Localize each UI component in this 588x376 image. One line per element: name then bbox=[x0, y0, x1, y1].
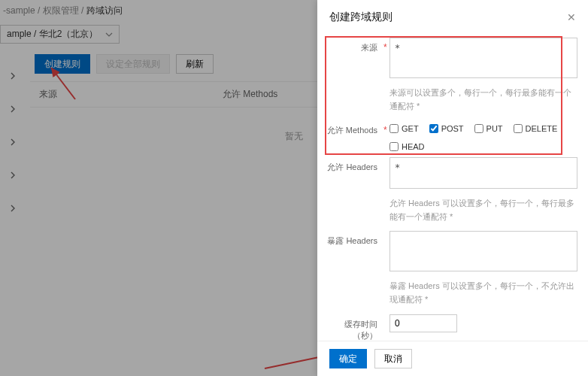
method-delete[interactable]: DELETE bbox=[514, 124, 558, 133]
required-mark bbox=[383, 231, 389, 235]
cancel-button[interactable]: 取消 bbox=[374, 349, 412, 368]
required-mark bbox=[383, 314, 389, 319]
label-cache: 缓存时间（秒） bbox=[325, 314, 380, 341]
expose-headers-input[interactable] bbox=[389, 231, 577, 271]
method-put[interactable]: PUT bbox=[474, 124, 503, 133]
required-mark: * bbox=[383, 120, 389, 135]
hint-origin: 来源可以设置多个，每行一个，每行最多能有一个通配符 * bbox=[389, 86, 577, 113]
required-mark: * bbox=[383, 38, 389, 53]
label-methods: 允许 Methods bbox=[325, 120, 380, 136]
confirm-button[interactable]: 确定 bbox=[329, 349, 367, 368]
checkbox-get[interactable] bbox=[389, 124, 399, 133]
required-mark bbox=[383, 157, 389, 162]
checkbox-put[interactable] bbox=[474, 124, 483, 133]
methods-group: GET POST PUT DELETE HEAD bbox=[389, 120, 577, 151]
method-post[interactable]: POST bbox=[429, 124, 464, 133]
create-rule-panel: 创建跨域规则 ✕ 来源 * 来源可以设置多个，每行一个，每行最多能有一个通配符 … bbox=[317, 0, 588, 376]
hint-expose-headers: 暴露 Headers 可以设置多个，每行一个，不允许出现通配符 * bbox=[389, 280, 577, 306]
panel-title: 创建跨域规则 bbox=[329, 11, 393, 24]
method-head[interactable]: HEAD bbox=[389, 142, 425, 151]
label-allow-headers: 允许 Headers bbox=[325, 157, 380, 173]
allow-headers-input[interactable] bbox=[389, 157, 577, 189]
label-expose-headers: 暴露 Headers bbox=[325, 231, 380, 247]
method-get[interactable]: GET bbox=[389, 124, 419, 133]
panel-header: 创建跨域规则 ✕ bbox=[317, 0, 588, 35]
origin-input[interactable] bbox=[389, 38, 577, 78]
panel-body: 来源 * 来源可以设置多个，每行一个，每行最多能有一个通配符 * 允许 Meth… bbox=[317, 35, 588, 341]
hint-allow-headers: 允许 Headers 可以设置多个，每行一个，每行最多能有一个通配符 * bbox=[389, 197, 577, 223]
close-icon[interactable]: ✕ bbox=[567, 11, 576, 23]
checkbox-post[interactable] bbox=[429, 124, 438, 133]
checkbox-head[interactable] bbox=[389, 142, 399, 151]
panel-footer: 确定 取消 bbox=[317, 341, 588, 376]
label-origin: 来源 bbox=[325, 38, 380, 53]
cache-input[interactable] bbox=[389, 314, 457, 332]
checkbox-delete[interactable] bbox=[514, 124, 523, 133]
